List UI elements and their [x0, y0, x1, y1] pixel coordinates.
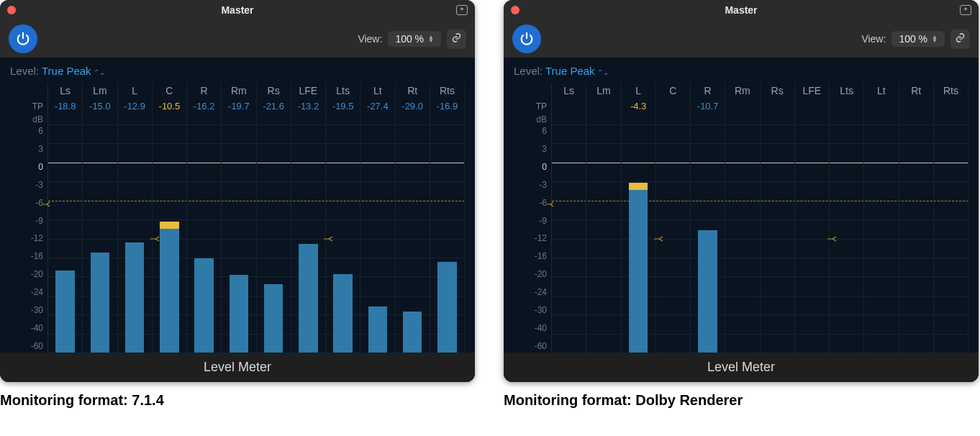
level-meter-window: MasterView:100 %▲▼Level: True Peak ⌃⌄TPd… [504, 0, 979, 382]
level-bar [403, 312, 422, 353]
zoom-select[interactable]: 100 %▲▼ [388, 31, 441, 47]
channel-column: Rt [899, 83, 934, 353]
channel-column: Lm-15.0 [83, 83, 117, 353]
channel-label: LFE [299, 83, 318, 99]
channel-label: Lm [93, 83, 106, 99]
level-bar [698, 230, 717, 353]
peak-indicator [629, 183, 648, 190]
y-tick: -24 [514, 287, 547, 297]
tp-label: TP [514, 99, 547, 114]
channel-label: Lts [840, 83, 853, 99]
close-icon[interactable] [7, 6, 16, 14]
window-title: Master [221, 4, 253, 16]
tp-label: TP [10, 99, 43, 114]
title-bar: Master [0, 0, 475, 20]
channel-tp-value: -18.8 [55, 99, 76, 114]
level-select[interactable]: True Peak [545, 65, 595, 77]
threshold-marker-icon[interactable] [653, 232, 666, 245]
y-tick: -9 [10, 216, 43, 226]
channel-label: Rs [268, 83, 280, 99]
y-tick: 3 [10, 144, 43, 154]
channel-label: Lt [373, 83, 382, 99]
stepper-arrows-icon: ▲▼ [932, 35, 938, 42]
channel-column: Lt-27.4 [360, 83, 395, 353]
zoom-value: 100 % [395, 33, 424, 45]
view-label: View: [861, 33, 886, 45]
bar-zone [153, 124, 186, 353]
channel-column: Rts-16.9 [430, 83, 465, 353]
bar-zone [830, 124, 863, 353]
stepper-arrows-icon: ▲▼ [428, 35, 434, 42]
db-label: dB [10, 114, 43, 124]
zoom-select[interactable]: 100 %▲▼ [891, 31, 945, 47]
bar-zone [222, 124, 255, 353]
threshold-marker-icon[interactable] [323, 232, 336, 245]
power-button[interactable] [512, 24, 541, 53]
level-select[interactable]: True Peak [42, 65, 91, 77]
power-button[interactable] [9, 24, 37, 53]
y-tick: -16 [10, 251, 43, 261]
channel-column: R-10.7 [691, 83, 725, 353]
link-button[interactable] [447, 29, 466, 49]
y-tick: -6 [10, 198, 43, 208]
level-bar [437, 262, 456, 353]
channel-label: Rs [771, 83, 784, 99]
meters-grid: Ls-18.8Lm-15.0L-12.9C-10.5R-16.2Rm-19.7R… [47, 83, 465, 353]
level-bar [91, 253, 109, 353]
y-tick: -12 [514, 233, 547, 243]
channel-label: Rm [735, 83, 750, 99]
level-bar [194, 258, 213, 353]
channel-column: C [656, 83, 691, 353]
bar-zone [396, 124, 430, 353]
threshold-marker-icon[interactable] [827, 232, 840, 245]
bar-zone [934, 124, 968, 353]
channel-label: Rts [943, 83, 958, 99]
channel-label: L [635, 83, 641, 99]
bar-zone [795, 124, 829, 353]
bar-zone [118, 124, 152, 353]
y-tick: -60 [10, 341, 43, 351]
level-bar [230, 275, 248, 353]
link-button[interactable] [950, 29, 970, 49]
y-axis: TPdB630-3-6-9-12-16-20-24-30-40-60 [514, 83, 551, 353]
bar-zone [257, 124, 291, 353]
channel-label: Rt [911, 83, 921, 99]
peak-indicator [160, 222, 178, 229]
channel-tp-value: -19.7 [228, 99, 250, 114]
channel-label: L [132, 83, 137, 99]
channel-label: Rt [407, 83, 417, 99]
channel-label: LFE [803, 83, 822, 99]
compare-icon[interactable] [960, 5, 971, 15]
channel-label: Ls [60, 83, 71, 99]
close-icon[interactable] [511, 6, 520, 14]
y-tick: 6 [10, 126, 43, 136]
channel-tp-value: -4.3 [630, 99, 646, 114]
y-tick: -30 [514, 305, 547, 315]
bar-zone [552, 124, 586, 353]
bar-zone [622, 124, 655, 353]
y-tick: -12 [10, 233, 43, 243]
channel-column: LFE [795, 83, 830, 353]
level-row: Level: True Peak ⌃⌄ [514, 65, 968, 77]
bar-zone [83, 124, 117, 353]
bar-zone [656, 124, 690, 353]
y-tick: -24 [10, 287, 43, 297]
channel-column: L-12.9 [118, 83, 153, 353]
compare-icon[interactable] [456, 5, 468, 15]
channel-column: Lts [830, 83, 864, 353]
channel-tp-value: -10.5 [159, 99, 181, 114]
toolbar: View:100 %▲▼ [0, 20, 475, 58]
toolbar: View:100 %▲▼ [504, 20, 979, 58]
channel-tp-value: -21.6 [263, 99, 284, 114]
zoom-value: 100 % [899, 33, 927, 45]
y-tick: -3 [514, 180, 547, 190]
level-bar [333, 274, 352, 353]
plugin-name: Level Meter [0, 353, 475, 382]
level-label: Level: [514, 65, 545, 77]
view-label: View: [358, 33, 382, 45]
y-tick: -60 [514, 341, 547, 351]
channel-column: Ls [552, 83, 586, 353]
level-bar [264, 284, 283, 353]
bar-zone [725, 124, 759, 353]
channel-tp-value: -10.7 [697, 99, 719, 114]
